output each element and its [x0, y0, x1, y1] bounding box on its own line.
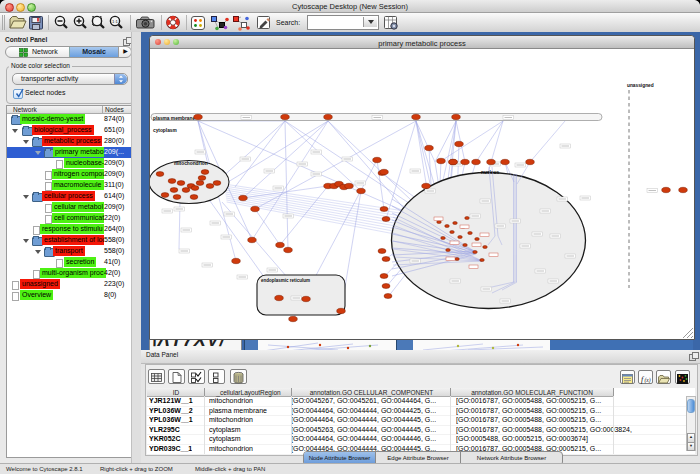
svg-text:endoplasmic reticulum: endoplasmic reticulum	[261, 278, 310, 283]
svg-text:(x): (x)	[645, 377, 651, 384]
svg-text:1:1: 1:1	[112, 19, 118, 24]
svg-text:cytoplasm: cytoplasm	[153, 128, 177, 133]
svg-text:plasma membrane: plasma membrane	[153, 116, 195, 121]
svg-text:unassigned: unassigned	[627, 83, 654, 88]
svg-text:nucleus: nucleus	[481, 170, 499, 175]
svg-text:mitochondrion: mitochondrion	[174, 161, 208, 166]
